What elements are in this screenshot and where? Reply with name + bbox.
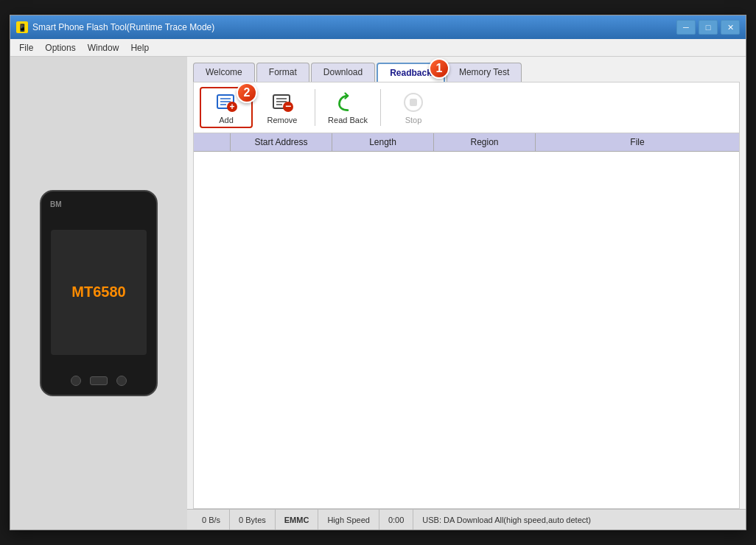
toolbar: + Add 2 <box>194 82 739 133</box>
status-bytes: 0 Bytes <box>230 510 276 530</box>
menu-help[interactable]: Help <box>125 39 155 56</box>
phone-display: BM MT6580 <box>40 190 158 396</box>
title-bar: 📱 Smart Phone Flash Tool(Runtime Trace M… <box>10 15 746 39</box>
readback-button[interactable]: Read Back <box>321 87 374 128</box>
minimize-button[interactable]: ─ <box>676 20 696 35</box>
status-connection: High Speed <box>318 510 379 530</box>
svg-text:−: − <box>285 100 291 112</box>
status-speed: 0 B/s <box>193 510 230 530</box>
add-button-badge: 2 <box>237 82 257 103</box>
main-window: 📱 Smart Phone Flash Tool(Runtime Trace M… <box>10 15 746 530</box>
stop-button[interactable]: Stop <box>387 87 440 128</box>
phone-brand: BM <box>50 200 62 208</box>
tab-format[interactable]: Format <box>256 63 309 82</box>
main-content: BM MT6580 Welcome Format Download <box>10 57 746 530</box>
phone-screen: MT6580 <box>51 230 147 355</box>
close-button[interactable]: ✕ <box>721 20 740 35</box>
app-icon: 📱 <box>16 21 28 33</box>
left-panel: BM MT6580 <box>10 57 187 530</box>
svg-rect-13 <box>410 99 417 106</box>
col-file: File <box>536 133 739 151</box>
phone-bottom <box>47 376 150 386</box>
maximize-button[interactable]: □ <box>699 20 718 35</box>
remove-icon: − <box>270 91 294 114</box>
table-area: Start Address Length Region File <box>193 133 740 509</box>
phone-top: BM <box>47 200 150 208</box>
menu-file[interactable]: File <box>13 39 39 56</box>
toolbar-area: + Add 2 <box>193 82 740 133</box>
right-panel: Welcome Format Download Readback 1 Memor… <box>187 57 746 530</box>
menu-options[interactable]: Options <box>39 39 81 56</box>
status-storage: EMMC <box>276 510 319 530</box>
tab-memory-test[interactable]: Memory Test <box>447 63 522 82</box>
col-checkbox <box>194 133 231 151</box>
readback-label: Read Back <box>328 116 368 124</box>
add-label: Add <box>219 116 234 124</box>
readback-icon <box>336 91 360 114</box>
table-header: Start Address Length Region File <box>194 133 739 152</box>
svg-text:+: + <box>229 102 234 112</box>
phone-btn-back <box>71 376 81 386</box>
readback-tab-badge: 1 <box>429 58 449 79</box>
remove-button[interactable]: − Remove <box>256 87 309 128</box>
stop-icon <box>402 91 425 114</box>
tab-welcome[interactable]: Welcome <box>193 63 255 82</box>
title-controls: ─ □ ✕ <box>676 20 740 35</box>
col-region: Region <box>434 133 536 151</box>
col-length: Length <box>332 133 434 151</box>
phone-btn-menu <box>116 376 127 386</box>
window-title: Smart Phone Flash Tool(Runtime Trace Mod… <box>32 22 676 32</box>
toolbar-divider-1 <box>315 89 315 126</box>
phone-btn-home <box>90 376 108 385</box>
status-time: 0:00 <box>379 510 413 530</box>
tabs: Welcome Format Download Readback 1 Memor… <box>187 57 746 82</box>
status-usb: USB: DA Download All(high speed,auto det… <box>413 510 740 530</box>
toolbar-divider-2 <box>380 89 381 126</box>
menu-window[interactable]: Window <box>82 39 125 56</box>
menu-bar: File Options Window Help <box>10 39 746 57</box>
col-start-address: Start Address <box>231 133 332 151</box>
tab-download[interactable]: Download <box>311 63 375 82</box>
status-bar: 0 B/s 0 Bytes EMMC High Speed 0:00 USB: … <box>187 509 746 530</box>
phone-model: MT6580 <box>71 284 125 300</box>
tab-readback[interactable]: Readback 1 <box>377 63 445 82</box>
add-button[interactable]: + Add 2 <box>200 87 253 128</box>
stop-label: Stop <box>405 116 422 124</box>
add-icon: + <box>214 91 238 114</box>
remove-label: Remove <box>267 116 298 124</box>
